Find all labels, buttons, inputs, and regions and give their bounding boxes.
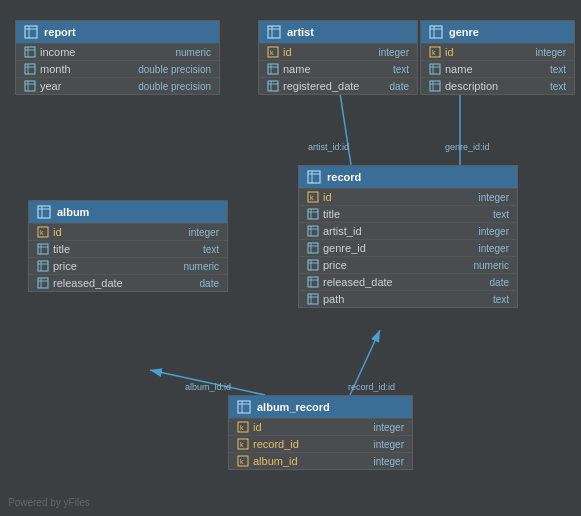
- pk-icon: k: [267, 46, 279, 58]
- svg-rect-48: [38, 244, 48, 254]
- field-name: released_date: [323, 276, 486, 288]
- svg-text:k: k: [240, 424, 244, 431]
- table-header-album: album: [29, 201, 227, 223]
- svg-text:k: k: [270, 49, 274, 56]
- field-type: numeric: [175, 47, 211, 58]
- table-name-record: record: [327, 171, 361, 183]
- svg-rect-43: [38, 206, 50, 218]
- table-row: k record_id integer: [229, 435, 412, 452]
- svg-text:album_id:id: album_id:id: [185, 382, 231, 392]
- field-icon: [429, 80, 441, 92]
- field-icon: [37, 277, 49, 289]
- svg-text:k: k: [240, 458, 244, 465]
- field-type: numeric: [473, 260, 509, 271]
- field-icon: [24, 63, 36, 75]
- svg-rect-26: [268, 64, 278, 74]
- table-row: price numeric: [29, 257, 227, 274]
- field-type: date: [390, 81, 409, 92]
- svg-rect-15: [25, 64, 35, 74]
- field-name: album_id: [253, 455, 369, 467]
- svg-rect-74: [308, 277, 318, 287]
- field-name: path: [323, 293, 489, 305]
- powered-by-text: Powered by yFiles: [8, 497, 90, 508]
- svg-text:artist_id:id: artist_id:id: [308, 142, 349, 152]
- table-row: name text: [421, 60, 574, 77]
- svg-rect-57: [308, 171, 320, 183]
- table-icon: [429, 25, 443, 39]
- field-name: price: [53, 260, 179, 272]
- field-type: text: [393, 64, 409, 75]
- field-icon: [37, 243, 49, 255]
- table-row: title text: [29, 240, 227, 257]
- svg-rect-80: [238, 401, 250, 413]
- svg-text:k: k: [432, 49, 436, 56]
- table-row: month double precision: [16, 60, 219, 77]
- field-icon: [307, 208, 319, 220]
- field-type: text: [550, 81, 566, 92]
- field-name: year: [40, 80, 134, 92]
- svg-rect-32: [430, 26, 442, 38]
- svg-rect-40: [430, 81, 440, 91]
- table-name-report: report: [44, 26, 76, 38]
- field-type: double precision: [138, 81, 211, 92]
- table-artist: artist k id integer name text registered…: [258, 20, 418, 95]
- field-name: registered_date: [283, 80, 386, 92]
- svg-rect-62: [308, 209, 318, 219]
- field-type: integer: [373, 456, 404, 467]
- svg-text:record_id:id: record_id:id: [348, 382, 395, 392]
- field-icon: [307, 259, 319, 271]
- svg-rect-77: [308, 294, 318, 304]
- table-row: registered_date date: [259, 77, 417, 94]
- svg-text:k: k: [240, 441, 244, 448]
- table-name-album: album: [57, 206, 89, 218]
- svg-rect-37: [430, 64, 440, 74]
- table-row: income numeric: [16, 43, 219, 60]
- table-row: released_date date: [29, 274, 227, 291]
- table-row: year double precision: [16, 77, 219, 94]
- field-icon: [307, 293, 319, 305]
- field-type: integer: [373, 439, 404, 450]
- svg-rect-68: [308, 243, 318, 253]
- pk-icon: k: [307, 191, 319, 203]
- field-name: title: [323, 208, 489, 220]
- table-icon: [24, 25, 38, 39]
- table-row: name text: [259, 60, 417, 77]
- svg-text:k: k: [40, 229, 44, 236]
- svg-rect-21: [268, 26, 280, 38]
- field-name: name: [445, 63, 546, 75]
- table-report: report income numeric month double preci…: [15, 20, 220, 95]
- table-row: description text: [421, 77, 574, 94]
- table-row: price numeric: [299, 256, 517, 273]
- pk-fk-icon: k: [237, 455, 249, 467]
- field-icon: [267, 63, 279, 75]
- field-icon: [307, 276, 319, 288]
- table-album: album k id integer title text price nume…: [28, 200, 228, 292]
- field-type: integer: [478, 192, 509, 203]
- svg-rect-18: [25, 81, 35, 91]
- field-name: id: [445, 46, 531, 58]
- svg-rect-65: [308, 226, 318, 236]
- field-name: genre_id: [323, 242, 474, 254]
- svg-rect-29: [268, 81, 278, 91]
- field-type: double precision: [138, 64, 211, 75]
- table-icon: [237, 400, 251, 414]
- pk-icon: k: [37, 226, 49, 238]
- table-album-record: album_record k id integer k record_id in…: [228, 395, 413, 470]
- table-row: k id integer: [229, 418, 412, 435]
- svg-rect-54: [38, 278, 48, 288]
- field-name: price: [323, 259, 469, 271]
- field-type: integer: [378, 47, 409, 58]
- field-icon: [307, 225, 319, 237]
- table-row: path text: [299, 290, 517, 307]
- field-type: integer: [478, 226, 509, 237]
- field-icon: [307, 242, 319, 254]
- field-name: id: [253, 421, 369, 433]
- field-icon: [24, 46, 36, 58]
- field-name: id: [53, 226, 184, 238]
- field-name: income: [40, 46, 171, 58]
- pk-icon: k: [237, 421, 249, 433]
- table-row: k id integer: [29, 223, 227, 240]
- field-type: text: [493, 294, 509, 305]
- pk-fk-icon: k: [237, 438, 249, 450]
- table-header-album-record: album_record: [229, 396, 412, 418]
